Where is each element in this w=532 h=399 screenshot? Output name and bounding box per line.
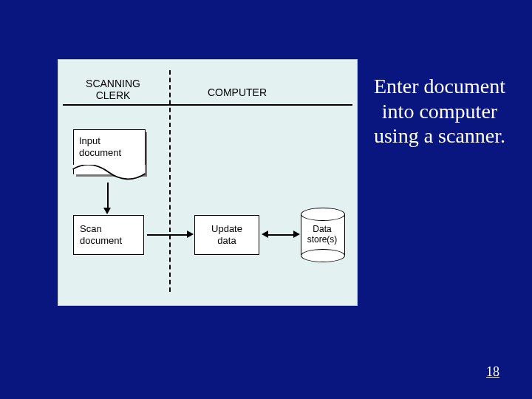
page-number: 18 bbox=[486, 364, 499, 380]
lane-header-computer-label: COMPUTER bbox=[208, 86, 267, 98]
node-scan-document-label: Scan document bbox=[80, 223, 122, 246]
edge-update-to-store-head-r bbox=[293, 231, 300, 238]
document-wave-icon bbox=[72, 165, 146, 183]
node-scan-document: Scan document bbox=[73, 215, 144, 255]
slide-caption: Enter document into computer using a sca… bbox=[368, 74, 511, 149]
node-input-document: Input document bbox=[73, 129, 144, 180]
edge-scan-to-update-head bbox=[187, 231, 194, 238]
lane-header-clerk-label: SCANNING CLERK bbox=[86, 78, 140, 101]
header-underline bbox=[63, 104, 352, 106]
lane-divider bbox=[169, 70, 171, 292]
lane-header-computer: COMPUTER bbox=[203, 86, 271, 98]
node-update-data: Update data bbox=[194, 215, 259, 255]
edge-input-to-scan-head bbox=[103, 208, 111, 214]
diagram-panel: SCANNING CLERK COMPUTER Input document S… bbox=[58, 59, 358, 306]
edge-update-to-store-head-l bbox=[262, 231, 268, 238]
edge-update-to-store bbox=[267, 234, 295, 236]
edge-input-to-scan bbox=[107, 183, 109, 209]
node-input-document-label: Input document bbox=[79, 135, 121, 158]
lane-header-clerk: SCANNING CLERK bbox=[79, 78, 147, 101]
node-data-store-label: Data store(s) bbox=[301, 224, 344, 245]
node-update-data-label: Update data bbox=[211, 223, 242, 246]
edge-scan-to-update bbox=[147, 234, 188, 236]
